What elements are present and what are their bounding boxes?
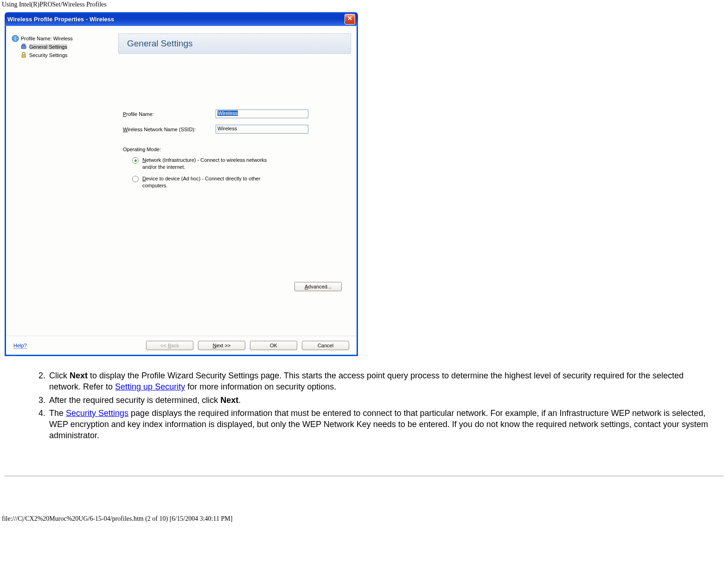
ssid-input[interactable]: Wireless — [216, 125, 308, 134]
profile-name-label: Profile Name: — [123, 111, 216, 117]
window-titlebar[interactable]: Wireless Profile Properties - Wireless ✕ — [5, 12, 358, 26]
sidebar-general-label: General Settings — [29, 44, 67, 50]
page-footer: file:///C|/CX2%20Muroc%20UG/6-15-04/prof… — [0, 513, 728, 524]
operating-mode-label: Operating Mode: — [123, 147, 346, 152]
cancel-button[interactable]: Cancel — [302, 341, 349, 350]
main-panel: General Settings Profile Name: Wireless … — [118, 33, 351, 330]
link-setting-up-security[interactable]: Setting up Security — [115, 382, 185, 391]
sidebar-profile-label: Profile Name: Wireless — [21, 36, 73, 41]
back-button: << Back — [146, 341, 193, 350]
radio-icon — [132, 176, 139, 182]
svg-rect-2 — [22, 44, 25, 45]
sidebar-security-label: Security Settings — [29, 52, 68, 58]
ssid-label: Wireless Network Name (SSID): — [123, 127, 216, 132]
radio-infrastructure[interactable]: Network (Infrastructure) - Connect to wi… — [132, 157, 346, 171]
window-title: Wireless Profile Properties - Wireless — [7, 16, 345, 23]
list-item: 2. Click Next to display the Profile Wiz… — [32, 370, 715, 393]
wizard-sidebar: Profile Name: Wireless General Settings … — [12, 33, 110, 330]
svg-rect-1 — [21, 45, 26, 49]
profile-name-input[interactable]: Wireless — [216, 109, 308, 118]
help-link[interactable]: Help? — [13, 343, 27, 349]
radio-adhoc[interactable]: Device to device (Ad hoc) - Connect dire… — [132, 175, 346, 189]
document-body: 2. Click Next to display the Profile Wiz… — [0, 365, 728, 448]
sidebar-item-general[interactable]: General Settings — [20, 43, 110, 51]
dialog-bottom-bar: Help? << Back Next >> OK Cancel — [6, 336, 357, 355]
sidebar-item-profile[interactable]: Profile Name: Wireless — [12, 34, 110, 43]
advanced-button[interactable]: Advanced... — [294, 282, 342, 291]
settings-icon — [20, 43, 27, 51]
list-item: 4. The Security Settings page displays t… — [32, 408, 715, 441]
radio-adhoc-label: Device to device (Ad hoc) - Connect dire… — [142, 175, 272, 189]
next-button[interactable]: Next >> — [198, 341, 245, 350]
sidebar-item-security[interactable]: Security Settings — [20, 51, 110, 59]
ok-button[interactable]: OK — [250, 341, 297, 350]
list-item: 3. After the required security is determ… — [32, 395, 715, 406]
link-security-settings[interactable]: Security Settings — [66, 409, 128, 418]
page-header: Using Intel(R)PROSet/Wireless Profiles — [0, 0, 728, 9]
close-icon[interactable]: ✕ — [345, 14, 355, 25]
svg-rect-3 — [22, 55, 26, 57]
divider — [5, 476, 723, 476]
radio-icon — [132, 157, 139, 164]
radio-infra-label: Network (Infrastructure) - Connect to wi… — [142, 157, 272, 171]
panel-title: General Settings — [118, 33, 351, 54]
lock-icon — [20, 51, 27, 59]
globe-icon — [12, 35, 19, 42]
dialog-screenshot: Wireless Profile Properties - Wireless ✕… — [5, 12, 358, 356]
